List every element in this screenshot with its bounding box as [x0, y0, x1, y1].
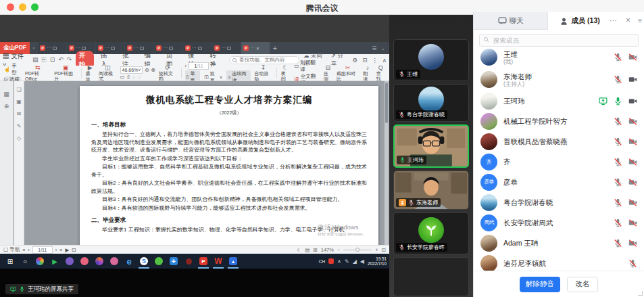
unmute-button[interactable]: 解除静音 — [520, 277, 560, 292]
pdf-tab[interactable]: P⋯ — [38, 42, 66, 54]
print-icon[interactable]: ⊡ — [50, 56, 55, 64]
feedback-icon[interactable]: ⊡ — [362, 57, 367, 64]
start-button[interactable]: ⊞ — [3, 254, 18, 269]
sogou-ime-icon[interactable] — [328, 258, 334, 264]
play-slideshow-icon[interactable]: ▶ — [66, 247, 70, 253]
camera-on-icon[interactable] — [628, 97, 637, 106]
app-icon-pink2[interactable] — [107, 254, 122, 269]
collapse-ribbon-icon[interactable]: ∧ — [382, 57, 387, 64]
pdf-to-office-button[interactable]: ⇆PDF转Office — [23, 64, 52, 83]
screenshot-compare-button[interactable]: ✂截图和对比 — [335, 64, 361, 83]
sogou-browser-icon[interactable]: S — [137, 254, 151, 269]
fullscreen-icon[interactable]: ⊡ — [72, 247, 76, 253]
mic-muted-icon[interactable] — [614, 75, 622, 84]
camera-off-icon[interactable] — [628, 239, 637, 248]
bookmark-icon[interactable]: ❏ — [16, 87, 21, 93]
components-icon[interactable]: ▦ — [3, 91, 9, 97]
rotate-doc-button[interactable]: ⟳旋转文档 — [157, 64, 179, 83]
search-app-icon[interactable] — [32, 254, 47, 269]
member-row[interactable]: 王珂玮 — [474, 91, 644, 111]
volume-icon[interactable]: ◀ — [360, 258, 364, 265]
screen-sharing-icon[interactable] — [599, 97, 608, 106]
cortana-button[interactable]: ○ — [18, 254, 32, 269]
save-icon[interactable]: ⎘ — [42, 56, 47, 64]
stamp-icon[interactable]: ◇ — [17, 135, 21, 141]
app-icon-purple[interactable] — [62, 254, 77, 269]
member-row[interactable]: 普联模具品管蔡晓燕 — [474, 131, 644, 152]
zoom-in-icon[interactable]: ⊕ — [151, 67, 155, 73]
tabbar-collapse-icon[interactable]: ⌄ — [380, 45, 385, 51]
video-tile[interactable]: 粤台学院谢春晓 — [393, 84, 469, 122]
member-row[interactable]: 东海老师(主持人) — [474, 68, 644, 91]
resize-handle[interactable] — [638, 291, 643, 296]
new-tab-button[interactable]: + — [270, 42, 280, 54]
app-icon-green[interactable] — [151, 254, 166, 269]
video-tile[interactable]: 王维 — [393, 39, 469, 81]
layout-icon[interactable]: ▤ — [305, 247, 309, 253]
night-mode-button[interactable]: ☾夜间 — [279, 64, 292, 83]
mic-muted-icon[interactable] — [614, 198, 622, 207]
fit-screen-icon[interactable]: ⊡ — [382, 247, 386, 253]
loop-icon[interactable]: ◌ — [132, 75, 135, 80]
panel-close-icon[interactable]: × — [626, 17, 630, 24]
prev-page-icon[interactable]: ‹ — [185, 63, 187, 69]
first-page-icon[interactable]: « — [22, 247, 25, 253]
mic-on-icon[interactable] — [614, 97, 622, 106]
mic-muted-icon[interactable] — [614, 137, 622, 146]
member-row[interactable]: 粤台学院谢春晓 — [474, 192, 644, 212]
page-indicator[interactable]: 1/11 — [189, 62, 209, 70]
next-page-icon[interactable]: › — [55, 247, 57, 253]
edge-icon[interactable]: e — [122, 254, 137, 269]
view-mode-icon[interactable]: ⊞ — [313, 247, 317, 253]
camera-off-icon[interactable] — [628, 53, 637, 62]
attachment-icon[interactable]: ✎ — [17, 123, 22, 129]
camera-off-icon[interactable] — [628, 178, 637, 187]
camera-off-icon[interactable] — [628, 117, 637, 126]
video-tile[interactable]: 东海老师 — [393, 170, 469, 210]
zoom-slider[interactable] — [343, 250, 372, 250]
panel-more-icon[interactable]: ⋯ — [610, 17, 617, 24]
camera-off-icon[interactable] — [628, 158, 637, 166]
taskbar-clock[interactable]: 19:51 2022/7/10 — [368, 256, 387, 267]
camera-off-icon[interactable] — [628, 198, 637, 207]
firefox-icon[interactable] — [92, 254, 107, 269]
auto-scroll-button[interactable]: ↧自动滚动 — [252, 64, 274, 83]
play-button[interactable]: ▶播放 — [84, 64, 97, 83]
pdf-tab-active[interactable]: P⋯× — [241, 42, 270, 54]
zoom-out-icon[interactable]: ⊖ — [145, 67, 149, 73]
video-tile-active-speaker[interactable]: 王珂玮 — [393, 124, 469, 168]
mic-muted-icon[interactable] — [628, 259, 637, 268]
wps-icon[interactable]: W — [211, 254, 226, 269]
camera-on-icon[interactable] — [628, 75, 637, 84]
mic-muted-icon[interactable] — [614, 158, 622, 166]
app-icon-darkred[interactable] — [181, 254, 196, 269]
thumbnail-icon[interactable]: ▣ — [16, 99, 22, 105]
next-page-icon[interactable]: › — [211, 63, 213, 69]
media-player-icon[interactable]: ▶ — [47, 254, 62, 269]
member-row[interactable]: 齐 齐 — [474, 152, 644, 172]
panel-handle-icon[interactable]: ≡ — [638, 17, 642, 24]
video-tile-partial[interactable] — [393, 257, 469, 296]
member-row[interactable]: 彦恭 彦恭 — [474, 172, 644, 192]
last-page-icon[interactable]: » — [59, 247, 62, 253]
close-tab-icon[interactable]: × — [256, 45, 259, 51]
more-vertical-icon[interactable]: ⋮ — [372, 57, 378, 64]
hand-tool-button[interactable]: ☝手型 — [4, 63, 21, 76]
prev-page-icon[interactable]: ‹ — [28, 247, 30, 253]
magnifier-icon[interactable]: ⊕ — [4, 103, 9, 110]
kingsoft-pdf-icon[interactable]: P — [196, 254, 211, 269]
tab-chat[interactable]: 聊天 — [474, 12, 548, 30]
settings-gear-icon[interactable]: ⚙ — [353, 57, 358, 64]
camera-off-icon[interactable] — [628, 137, 637, 146]
member-row[interactable]: 周武 长安学院谢周武 — [474, 212, 644, 233]
member-search-input[interactable] — [479, 34, 639, 47]
read-aloud-button[interactable]: ♪朗读 — [361, 64, 374, 83]
statusbar-zoom-level[interactable]: 147% — [321, 247, 334, 253]
document-canvas[interactable]: 微机电系统工程专业人才培养方案汇编 （2022级） 一、培养目标 坚持知行合一、… — [24, 81, 389, 245]
app-icon-blue[interactable]: ▲ — [226, 254, 241, 269]
zoom-in-button[interactable]: + — [375, 247, 378, 253]
vertical-scrollbar[interactable] — [385, 81, 389, 245]
mic-muted-icon[interactable] — [614, 178, 622, 187]
fit-page-icon[interactable]: ▯ — [127, 74, 130, 80]
tray-expand-icon[interactable]: ∧ — [337, 258, 341, 265]
